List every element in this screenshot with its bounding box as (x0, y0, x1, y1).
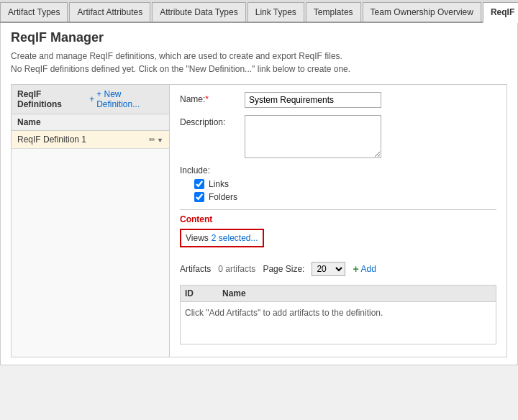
tab-templates[interactable]: Templates (306, 2, 361, 22)
artifacts-row: Artifacts 0 artifacts Page Size: 20 50 1… (180, 259, 496, 279)
include-label: Include: (180, 165, 496, 175)
links-checkbox[interactable] (194, 179, 204, 189)
required-indicator: * (205, 94, 209, 104)
definition-item[interactable]: ReqIF Definition 1 (12, 131, 169, 149)
pencil-icon[interactable] (149, 134, 155, 145)
add-plus-icon (353, 263, 358, 275)
page-size-select[interactable]: 20 50 100 (312, 262, 345, 276)
page-title: ReqIF Manager (11, 30, 507, 45)
views-label: Views (186, 233, 209, 243)
views-selected-link[interactable]: 2 selected... (212, 233, 258, 243)
links-label: Links (209, 179, 229, 189)
page-size-label: Page Size: (263, 264, 304, 274)
views-row: Views 2 selected... (180, 229, 264, 247)
name-row: Name:* (180, 92, 496, 108)
add-label: Add (361, 264, 376, 274)
table-name-header: Name (222, 288, 246, 298)
tab-attribute-data-types[interactable]: Attribute Data Types (152, 2, 246, 22)
content-title: Content (180, 214, 496, 224)
table-id-header: ID (185, 288, 194, 298)
plus-icon: + (89, 94, 94, 104)
links-checkbox-row: Links (180, 179, 496, 189)
artifacts-table-header: ID Name (180, 285, 496, 301)
new-definition-link[interactable]: + + New Definition... (89, 89, 163, 109)
artifacts-table-body: Click "Add Artifacts" to add artifacts t… (180, 301, 496, 344)
tab-artifact-attributes[interactable]: Artifact Attributes (69, 2, 150, 22)
artifacts-count: 0 artifacts (218, 264, 255, 274)
content-section: Content Views 2 selected... Artifacts 0 … (180, 209, 496, 344)
description-label: Description: (180, 115, 245, 127)
description-row: Description: (180, 115, 496, 158)
artifacts-label: Artifacts (180, 264, 211, 274)
folders-checkbox-row: Folders (180, 192, 496, 202)
left-panel: ReqIF Definitions + + New Definition... … (12, 85, 170, 357)
tab-reqif[interactable]: ReqIF (483, 2, 518, 23)
main-content: ReqIF Manager Create and manage ReqIF de… (0, 23, 518, 365)
left-panel-header: ReqIF Definitions + + New Definition... (12, 85, 169, 114)
folders-label: Folders (209, 192, 237, 202)
artifacts-empty-message: Click "Add Artifacts" to add artifacts t… (185, 308, 383, 318)
name-column-header: Name (12, 114, 169, 131)
split-layout: ReqIF Definitions + + New Definition... … (11, 84, 507, 357)
name-input[interactable] (245, 92, 381, 108)
tabs-bar: Artifact Types Artifact Attributes Attri… (0, 0, 518, 23)
page-description: Create and manage ReqIF definitions, whi… (11, 50, 507, 76)
reqif-definitions-label: ReqIF Definitions (17, 89, 85, 109)
add-artifacts-button[interactable]: Add (353, 263, 376, 275)
edit-icons (149, 134, 163, 145)
new-definition-label: + New Definition... (96, 89, 163, 109)
tab-artifact-types[interactable]: Artifact Types (0, 2, 68, 22)
description-textarea[interactable] (245, 115, 381, 158)
tab-team-ownership-overview[interactable]: Team Ownership Overview (363, 2, 481, 22)
definition-item-name: ReqIF Definition 1 (17, 134, 86, 145)
dropdown-arrow-icon[interactable] (157, 134, 163, 145)
name-label: Name:* (180, 92, 245, 104)
tab-link-types[interactable]: Link Types (247, 2, 304, 22)
include-section: Include: Links Folders (180, 165, 496, 202)
folders-checkbox[interactable] (194, 192, 204, 202)
right-panel: Name:* Description: Include: Links Folde… (170, 85, 506, 357)
